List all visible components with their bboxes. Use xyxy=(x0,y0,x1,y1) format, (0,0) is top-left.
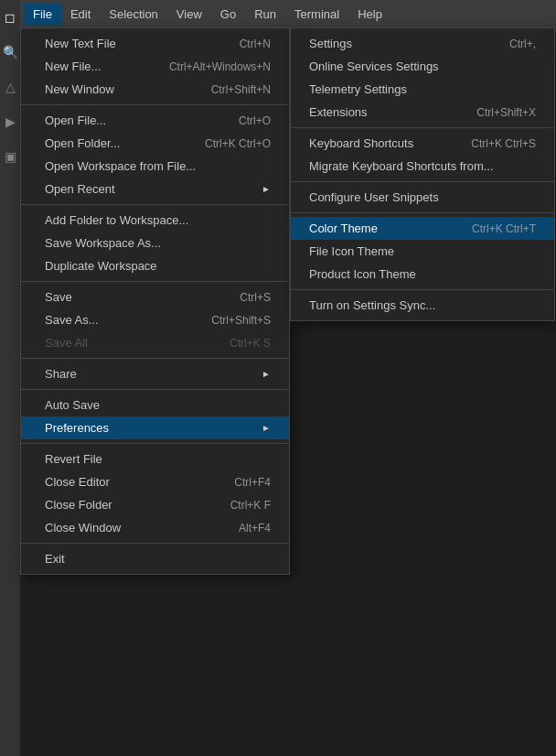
submenu-product-icon-theme[interactable]: Product Icon Theme xyxy=(291,263,554,286)
file-dropdown: New Text File Ctrl+N New File... Ctrl+Al… xyxy=(20,27,290,575)
submenu-settings-sync[interactable]: Turn on Settings Sync... xyxy=(291,294,554,317)
sep-7 xyxy=(21,543,289,544)
menu-terminal[interactable]: Terminal xyxy=(285,4,348,25)
submenu-configure-snippets[interactable]: Configure User Snippets xyxy=(291,186,554,209)
sourcecontrol-icon[interactable]: △ xyxy=(0,77,20,97)
submenu-online-services[interactable]: Online Services Settings xyxy=(291,55,554,78)
submenu-telemetry[interactable]: Telemetry Settings xyxy=(291,78,554,101)
sep-6 xyxy=(21,443,289,444)
menu-save-workspace-as[interactable]: Save Workspace As... xyxy=(21,232,289,254)
submenu-file-icon-theme[interactable]: File Icon Theme xyxy=(291,240,554,263)
sep-2 xyxy=(21,204,289,205)
sub-sep-1 xyxy=(291,127,554,128)
menu-close-window[interactable]: Close Window Alt+F4 xyxy=(21,516,289,539)
menu-new-window[interactable]: New Window Ctrl+Shift+N xyxy=(21,78,289,101)
menu-open-recent[interactable]: Open Recent ► xyxy=(21,178,289,200)
menu-file[interactable]: File xyxy=(24,4,61,25)
sep-5 xyxy=(21,389,289,390)
activity-bar: ◻ 🔍 △ ▶ ▣ xyxy=(0,0,20,756)
menu-save[interactable]: Save Ctrl+S xyxy=(21,286,289,308)
submenu-extensions[interactable]: Extensions Ctrl+Shift+X xyxy=(291,101,554,124)
menu-close-editor[interactable]: Close Editor Ctrl+F4 xyxy=(21,470,289,493)
menu-new-file[interactable]: New File... Ctrl+Alt+Windows+N xyxy=(21,55,289,78)
menu-open-file[interactable]: Open File... Ctrl+O xyxy=(21,109,289,132)
sub-sep-4 xyxy=(291,289,554,290)
submenu-settings[interactable]: Settings Ctrl+, xyxy=(291,32,554,55)
menu-auto-save[interactable]: Auto Save xyxy=(21,394,289,416)
submenu-color-theme[interactable]: Color Theme Ctrl+K Ctrl+T xyxy=(291,217,554,240)
menu-preferences[interactable]: Preferences ► xyxy=(21,416,289,439)
extensions-icon[interactable]: ▣ xyxy=(0,146,20,167)
menu-edit[interactable]: Edit xyxy=(61,4,100,25)
menu-open-folder[interactable]: Open Folder... Ctrl+K Ctrl+O xyxy=(21,132,289,155)
menu-save-all: Save All Ctrl+K S xyxy=(21,331,289,354)
sub-sep-3 xyxy=(291,212,554,213)
submenu-keyboard-shortcuts[interactable]: Keyboard Shortcuts Ctrl+K Ctrl+S xyxy=(291,132,554,155)
menu-view[interactable]: View xyxy=(167,4,211,25)
menu-save-as[interactable]: Save As... Ctrl+Shift+S xyxy=(21,308,289,331)
menu-help[interactable]: Help xyxy=(348,4,391,25)
debug-icon[interactable]: ▶ xyxy=(0,112,20,132)
explorer-icon[interactable]: ◻ xyxy=(0,7,20,27)
preferences-submenu: Settings Ctrl+, Online Services Settings… xyxy=(290,27,555,321)
menu-bar: File Edit Selection View Go Run Terminal… xyxy=(20,0,556,27)
sep-4 xyxy=(21,358,289,359)
menu-run[interactable]: Run xyxy=(245,4,285,25)
menu-go[interactable]: Go xyxy=(211,4,245,25)
search-icon[interactable]: 🔍 xyxy=(0,42,20,62)
menu-open-workspace[interactable]: Open Workspace from File... xyxy=(21,155,289,178)
submenu-migrate-keyboard[interactable]: Migrate Keyboard Shortcuts from... xyxy=(291,155,554,178)
sub-sep-2 xyxy=(291,181,554,182)
menu-revert-file[interactable]: Revert File xyxy=(21,448,289,470)
sep-3 xyxy=(21,281,289,282)
sep-1 xyxy=(21,104,289,105)
menu-exit[interactable]: Exit xyxy=(21,547,289,570)
menu-selection[interactable]: Selection xyxy=(100,4,166,25)
menu-close-folder[interactable]: Close Folder Ctrl+K F xyxy=(21,493,289,516)
menu-duplicate-workspace[interactable]: Duplicate Workspace xyxy=(21,254,289,277)
menu-new-text-file[interactable]: New Text File Ctrl+N xyxy=(21,32,289,55)
menu-share[interactable]: Share ► xyxy=(21,362,289,385)
menu-add-folder[interactable]: Add Folder to Workspace... xyxy=(21,209,289,232)
